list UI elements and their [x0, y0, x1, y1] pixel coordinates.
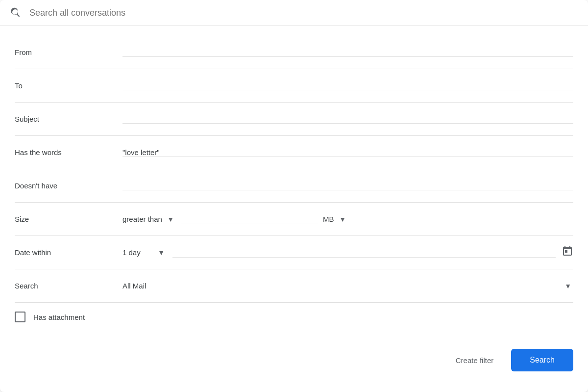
to-input[interactable]: [122, 81, 573, 90]
calendar-icon[interactable]: [562, 245, 573, 260]
search-bar: [0, 0, 588, 26]
search-form: From To Subject Has the words: [0, 26, 588, 337]
size-row: Size greater than less than ▼ MB KB GB: [15, 203, 573, 236]
to-row: To: [15, 69, 573, 103]
date-within-row: Date within 1 day 3 days 1 week 2 weeks …: [15, 236, 573, 269]
to-field: [122, 81, 573, 90]
size-comparator-wrapper: greater than less than ▼: [122, 215, 176, 223]
doesnt-have-field: [122, 182, 573, 190]
subject-input[interactable]: [122, 115, 573, 123]
date-within-select-wrapper: 1 day 3 days 1 week 2 weeks 1 month 2 mo…: [122, 248, 167, 257]
size-unit-select[interactable]: MB KB GB: [323, 215, 348, 223]
from-input[interactable]: [122, 48, 573, 56]
has-attachment-label: Has attachment: [33, 313, 85, 321]
size-number-input[interactable]: [181, 214, 318, 224]
search-button[interactable]: Search: [511, 349, 573, 371]
subject-label: Subject: [15, 115, 122, 123]
from-label: From: [15, 48, 122, 56]
size-comparator-select[interactable]: greater than less than: [122, 215, 176, 223]
advanced-search-dialog: From To Subject Has the words: [0, 0, 588, 392]
search-icon: [10, 7, 22, 19]
search-scope-wrapper: All Mail Inbox Sent Mail Drafts Spam Tra…: [122, 282, 573, 290]
date-within-date-input[interactable]: [172, 248, 556, 258]
has-attachment-checkbox[interactable]: [15, 312, 25, 322]
doesnt-have-label: Doesn't have: [15, 182, 122, 190]
size-unit-wrapper: MB KB GB ▼: [323, 215, 348, 223]
date-within-field: 1 day 3 days 1 week 2 weeks 1 month 2 mo…: [122, 245, 573, 260]
main-search-input[interactable]: [29, 8, 578, 18]
subject-row: Subject: [15, 103, 573, 136]
has-words-input[interactable]: [122, 148, 573, 157]
date-within-select[interactable]: 1 day 3 days 1 week 2 weeks 1 month 2 mo…: [122, 248, 167, 257]
from-field: [122, 48, 573, 57]
from-row: From: [15, 36, 573, 69]
has-attachment-row: Has attachment: [15, 303, 573, 327]
to-label: To: [15, 81, 122, 90]
has-words-label: Has the words: [15, 148, 122, 157]
subject-field: [122, 115, 573, 124]
has-words-row: Has the words: [15, 136, 573, 169]
size-label: Size: [15, 215, 122, 223]
action-bar: Create filter Search: [0, 342, 588, 378]
search-scope-select[interactable]: All Mail Inbox Sent Mail Drafts Spam Tra…: [122, 282, 573, 290]
doesnt-have-row: Doesn't have: [15, 169, 573, 203]
doesnt-have-input[interactable]: [122, 182, 573, 190]
date-within-label: Date within: [15, 248, 122, 257]
create-filter-button[interactable]: Create filter: [448, 351, 502, 369]
has-words-field: [122, 148, 573, 157]
size-field: greater than less than ▼ MB KB GB ▼: [122, 214, 573, 224]
search-scope-label: Search: [15, 282, 122, 290]
search-scope-row: Search All Mail Inbox Sent Mail Drafts S…: [15, 269, 573, 303]
